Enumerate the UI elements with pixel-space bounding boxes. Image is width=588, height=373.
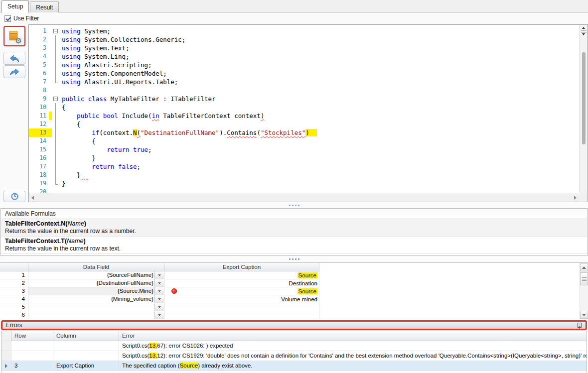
data-field-cell[interactable]: {SourceFullName} (28, 271, 164, 279)
field-dropdown-button[interactable] (154, 295, 164, 303)
code-line-6[interactable]: 6using System.ComponentModel; (29, 69, 579, 78)
formula-description: Returns the value in the current row as … (5, 228, 583, 235)
code-line-8[interactable]: 8 (29, 86, 579, 95)
code-line-4[interactable]: 4using System.Linq; (29, 52, 579, 61)
fold-collapse-icon[interactable]: − (52, 95, 59, 103)
fold-margin (52, 69, 59, 78)
export-caption-cell[interactable]: Source (164, 271, 319, 279)
field-grid-row-5[interactable]: 5 (0, 303, 588, 311)
editor-horizontal-scrollbar[interactable] (29, 193, 579, 202)
field-grid-row-4[interactable]: 4{Mining_volume}Volume mined (0, 295, 588, 303)
field-dropdown-button[interactable] (154, 311, 164, 319)
export-caption-value: Volume mined (281, 296, 317, 302)
row-number[interactable]: 1 (0, 271, 28, 279)
field-grid-row-1[interactable]: 1{SourceFullName}Source (0, 271, 588, 279)
data-field-cell[interactable]: {Source.Mine} (28, 287, 164, 295)
use-filter-checkbox[interactable] (4, 15, 11, 22)
code-line-20[interactable]: 20 (29, 188, 579, 193)
error-message-cell: Script0.cs(13,67): error CS1026: ) expec… (119, 341, 587, 351)
editor-zone: ⚙ 1−using System (0, 24, 588, 202)
code-line-2[interactable]: 2using System.Collections.Generic; (29, 35, 579, 44)
code-line-18[interactable]: 18 } (29, 171, 579, 179)
tab-result[interactable]: Result (30, 1, 59, 12)
error-row-cell (11, 341, 53, 351)
formula-item[interactable]: TableFilterContext.N(Name)Returns the va… (1, 219, 587, 237)
errors-grid: Row Column Error Script0.cs(13,67): erro… (1, 331, 587, 373)
data-field-cell[interactable] (28, 311, 164, 319)
code-editor[interactable]: 1−using System;2using System.Collections… (28, 24, 588, 202)
formula-item[interactable]: TableFilterContext.T(Name)Returns the va… (1, 237, 587, 254)
code-lines: 1−using System;2using System.Collections… (29, 25, 579, 193)
column-header-row[interactable]: Row (11, 331, 53, 341)
undo-button[interactable] (3, 52, 25, 65)
code-line-14[interactable]: 14 { (29, 137, 579, 145)
field-dropdown-button[interactable] (154, 279, 164, 287)
data-field-cell[interactable]: {DestinationFullName} (28, 279, 164, 287)
code-line-17[interactable]: 17 return false; (29, 162, 579, 171)
splitter-editor-formulas[interactable] (0, 202, 588, 208)
row-number[interactable]: 5 (0, 303, 28, 311)
code-line-16[interactable]: 16 } (29, 154, 579, 162)
tab-setup[interactable]: Setup (1, 0, 29, 12)
row-number[interactable]: 3 (0, 287, 28, 295)
code-line-11[interactable]: 11 public bool Include(in TableFilterCon… (29, 112, 579, 120)
data-field-cell[interactable]: {Mining_volume} (28, 295, 164, 303)
row-number[interactable]: 2 (0, 279, 28, 287)
code-line-1[interactable]: 1−using System; (29, 27, 579, 35)
grid-vertical-scrollbar[interactable] (580, 263, 588, 319)
scroll-left-arrow-icon[interactable] (31, 196, 34, 200)
code-line-9[interactable]: 9−public class MyTableFilter : ITableFil… (29, 95, 579, 103)
splitter-formulas-grid[interactable] (0, 256, 588, 262)
error-row-3[interactable]: 3Export CaptionThe specified caption (So… (1, 361, 587, 371)
export-caption-cell[interactable] (164, 311, 319, 319)
export-caption-cell[interactable]: Destination (164, 279, 319, 287)
errors-panel-header[interactable]: Errors (1, 320, 587, 330)
errors-grid-rows: Script0.cs(13,67): error CS1026: ) expec… (1, 341, 587, 371)
grid-scroll-down-icon[interactable] (580, 311, 588, 319)
editor-vertical-scrollbar[interactable] (579, 25, 588, 193)
code-line-10[interactable]: 10{ (29, 103, 579, 112)
fold-margin (52, 145, 59, 154)
package-gear-icon: ⚙ (8, 30, 21, 43)
error-row-2[interactable]: Script0.cs(13,12): error CS1929: 'double… (1, 351, 587, 361)
redo-button[interactable] (3, 65, 25, 78)
code-line-15[interactable]: 15 return true; (29, 145, 579, 154)
export-caption-cell[interactable]: Volume mined (164, 295, 319, 303)
export-caption-cell[interactable] (164, 303, 319, 311)
field-grid-row-3[interactable]: 3{Source.Mine}Source (0, 287, 588, 295)
editor-split-handle-icon[interactable] (580, 25, 588, 36)
export-caption-cell[interactable]: Source (164, 287, 319, 295)
code-line-7[interactable]: 7using Alastri.UI.Reports.Table; (29, 78, 579, 86)
pin-icon[interactable] (576, 322, 582, 329)
error-dot-icon (171, 288, 177, 294)
row-number[interactable]: 4 (0, 295, 28, 303)
fold-margin (52, 128, 59, 137)
data-field-cell[interactable] (28, 303, 164, 311)
code-line-5[interactable]: 5using Alastri.Scripting; (29, 61, 579, 69)
row-number[interactable]: 6 (0, 311, 28, 319)
column-header-data-field[interactable]: Data Field (28, 263, 164, 271)
grid-vscroll-thumb[interactable] (580, 272, 588, 285)
field-grid-row-6[interactable]: 6 (0, 311, 588, 319)
tab-bar: Setup Result (0, 0, 588, 12)
column-header-error[interactable]: Error (119, 331, 587, 341)
field-dropdown-button[interactable] (154, 303, 164, 311)
field-grid-row-2[interactable]: 2{DestinationFullName}Destination (0, 279, 588, 287)
code-line-19[interactable]: 19} (29, 179, 579, 188)
fold-collapse-icon[interactable]: − (52, 27, 59, 35)
script-settings-button[interactable]: ⚙ (3, 26, 25, 46)
column-header-rownum[interactable] (0, 263, 28, 271)
error-row-1[interactable]: Script0.cs(13,67): error CS1026: ) expec… (1, 341, 587, 351)
field-dropdown-button[interactable] (154, 287, 164, 295)
export-caption-value: Destination (289, 280, 317, 286)
scroll-right-arrow-icon[interactable] (574, 196, 577, 200)
code-line-12[interactable]: 12 { (29, 120, 579, 128)
code-line-3[interactable]: 3using System.Text; (29, 44, 579, 52)
history-button[interactable] (3, 191, 25, 202)
column-header-export-caption[interactable]: Export Caption (164, 263, 319, 271)
editor-vscroll-thumb[interactable] (582, 52, 586, 144)
code-line-13[interactable]: 13 if(context.N("DestinationFullName").C… (29, 128, 579, 137)
column-header-column[interactable]: Column (53, 331, 119, 341)
grid-scroll-up-icon[interactable] (580, 263, 588, 271)
field-dropdown-button[interactable] (154, 271, 164, 279)
